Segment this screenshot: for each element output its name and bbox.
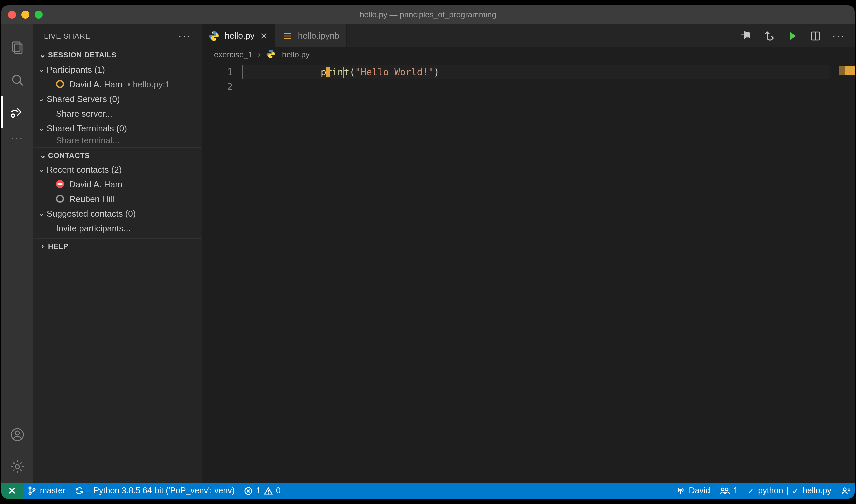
accounts-activity[interactable]: [1, 419, 33, 451]
run-icon[interactable]: [787, 30, 798, 41]
liveshare-activity[interactable]: [1, 96, 33, 128]
svg-point-24: [680, 489, 682, 491]
compare-changes-icon[interactable]: [763, 30, 775, 42]
code-content[interactable]: print("Hello World!"): [242, 62, 839, 483]
sidebar-title-row: LIVE SHARE ···: [33, 24, 202, 47]
presence-dnd-icon: [56, 180, 64, 188]
shared-servers-group[interactable]: ⌄ Shared Servers (0): [33, 91, 202, 106]
chevron-down-icon: ⌄: [36, 65, 47, 74]
participants-count: 1: [733, 486, 738, 495]
share-terminal-action[interactable]: Share terminal...: [33, 135, 202, 145]
more-actions-icon[interactable]: ···: [832, 30, 845, 42]
chevron-down-icon: ⌄: [36, 123, 47, 133]
feedback-button[interactable]: [836, 483, 855, 499]
svg-point-7: [15, 465, 19, 469]
settings-activity[interactable]: [1, 451, 33, 483]
presence-offline-icon: [56, 195, 64, 203]
main-area: ··· LIVE SHARE ··· ⌄ SESSION DETAILS: [1, 24, 855, 483]
liveshare-user: David: [689, 486, 710, 495]
liveshare-participants[interactable]: 1: [715, 483, 743, 499]
problems-indicator[interactable]: 1 0: [239, 483, 285, 499]
python-interpreter[interactable]: Python 3.8.5 64-bit ('PoP_venv': venv): [89, 483, 239, 499]
svg-point-17: [29, 492, 31, 494]
svg-rect-0: [13, 42, 20, 51]
share-server-action[interactable]: Share server...: [33, 106, 202, 121]
close-tab-icon[interactable]: ✕: [260, 30, 268, 41]
section-session-details[interactable]: ⌄ SESSION DETAILS: [33, 47, 202, 62]
window-controls: [8, 11, 43, 19]
feedback-icon: [841, 486, 850, 495]
chevron-down-icon: ⌄: [36, 94, 47, 103]
svg-point-4: [11, 114, 15, 117]
svg-point-9: [215, 39, 216, 40]
remote-indicator[interactable]: [1, 483, 23, 499]
window-title: hello.py — principles_of_programming: [1, 10, 855, 19]
participants-group[interactable]: ⌄ Participants (1): [33, 62, 202, 77]
svg-marker-13: [790, 32, 796, 40]
participant-name: David A. Ham: [69, 79, 122, 89]
contact-item[interactable]: Reuben Hill: [33, 191, 202, 206]
section-label: SESSION DETAILS: [48, 51, 116, 59]
language-mode[interactable]: ✓ python | ✓ hello.py: [743, 483, 836, 499]
pin-icon[interactable]: [740, 30, 751, 41]
shared-servers-label: Shared Servers (0): [47, 94, 120, 104]
warning-icon: [264, 486, 273, 495]
close-window-button[interactable]: [8, 11, 16, 19]
shared-terminals-group[interactable]: ⌄ Shared Terminals (0): [33, 121, 202, 135]
recent-contacts-group[interactable]: ⌄ Recent contacts (2): [33, 162, 202, 177]
warning-count: 0: [276, 486, 281, 495]
code-editor[interactable]: 1 2 print("Hello World!"): [202, 62, 855, 483]
interpreter-label: Python 3.8.5 64-bit ('PoP_venv': venv): [93, 486, 235, 495]
svg-point-6: [15, 431, 19, 435]
sync-button[interactable]: [70, 483, 89, 499]
sidebar: LIVE SHARE ··· ⌄ SESSION DETAILS ⌄ Parti…: [33, 24, 202, 483]
search-activity[interactable]: [1, 64, 33, 96]
participant-cursor-icon: [326, 67, 330, 77]
editor-actions: ···: [731, 30, 855, 42]
more-activity[interactable]: ···: [1, 128, 33, 148]
maximize-window-button[interactable]: [35, 11, 43, 19]
section-help[interactable]: › HELP: [33, 238, 202, 253]
overview-ruler[interactable]: [845, 62, 855, 483]
svg-line-3: [20, 82, 23, 85]
shared-terminals-label: Shared Terminals (0): [47, 123, 127, 133]
git-branch[interactable]: master: [23, 483, 70, 499]
chevron-down-icon: ⌄: [36, 165, 47, 174]
participant-location: • hello.py:1: [125, 79, 170, 89]
chevron-down-icon: ⌄: [37, 150, 48, 160]
sidebar-more-icon[interactable]: ···: [178, 30, 191, 42]
chevron-down-icon: ⌄: [36, 209, 47, 218]
tab-label: hello.py: [225, 31, 255, 41]
titlebar: hello.py — principles_of_programming: [1, 5, 855, 24]
split-editor-icon[interactable]: [810, 30, 820, 41]
participant-item[interactable]: David A. Ham • hello.py:1: [33, 77, 202, 91]
participants-label: Participants (1): [47, 64, 105, 74]
invite-participants-action[interactable]: Invite participants...: [33, 221, 202, 235]
section-label: CONTACTS: [48, 151, 90, 159]
suggested-contacts-label: Suggested contacts (0): [47, 208, 136, 218]
python-file-icon: [209, 30, 219, 41]
section-contacts[interactable]: ⌄ CONTACTS: [33, 147, 202, 162]
broadcast-icon: [676, 486, 685, 495]
check-icon: ✓: [747, 486, 755, 496]
svg-point-27: [725, 488, 728, 491]
people-icon: [719, 486, 730, 495]
svg-point-26: [721, 488, 724, 491]
svg-point-16: [29, 487, 31, 489]
minimize-window-button[interactable]: [21, 11, 29, 19]
explorer-activity[interactable]: [1, 32, 33, 64]
suggested-contacts-group[interactable]: ⌄ Suggested contacts (0): [33, 206, 202, 221]
error-count: 1: [256, 486, 261, 495]
editor-tabs: hello.py ✕ hello.ipynb: [202, 24, 855, 47]
tab-hello-py[interactable]: hello.py ✕: [202, 24, 275, 47]
contact-item[interactable]: David A. Ham: [33, 177, 202, 191]
chevron-right-icon: ›: [37, 241, 48, 250]
vscode-window: hello.py — principles_of_programming ···: [1, 5, 855, 499]
remote-icon: [7, 486, 17, 495]
presence-active-icon: [56, 80, 64, 88]
tab-hello-ipynb[interactable]: hello.ipynb: [275, 24, 347, 47]
error-icon: [244, 486, 253, 495]
minimap[interactable]: [839, 62, 845, 483]
code-line: print("Hello World!"): [242, 65, 839, 79]
liveshare-status[interactable]: David: [671, 483, 715, 499]
